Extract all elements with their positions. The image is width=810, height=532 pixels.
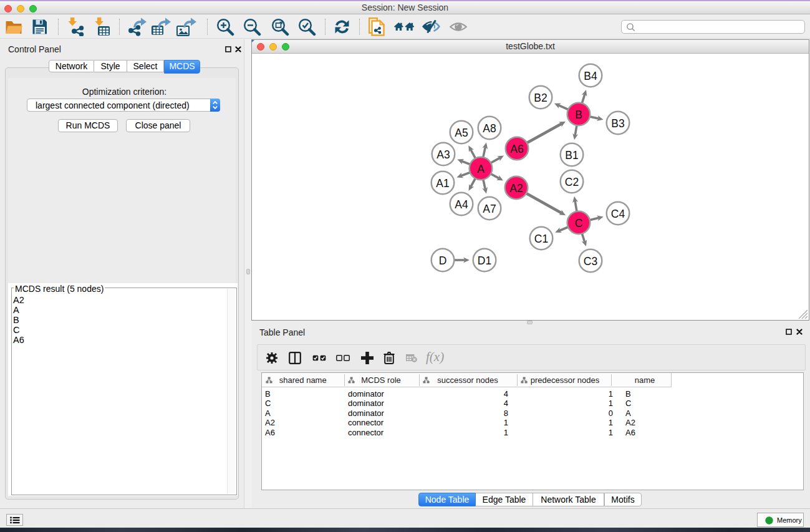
- svg-text:A4: A4: [455, 198, 468, 211]
- svg-text:B2: B2: [534, 92, 547, 104]
- svg-text:C: C: [575, 217, 583, 230]
- svg-text:A7: A7: [483, 203, 496, 215]
- svg-text:C3: C3: [584, 255, 597, 268]
- svg-text:A: A: [477, 163, 485, 175]
- svg-text:D: D: [439, 254, 447, 267]
- svg-text:C4: C4: [611, 208, 625, 220]
- svg-text:B4: B4: [584, 70, 597, 82]
- svg-text:A3: A3: [436, 148, 450, 161]
- svg-text:C1: C1: [534, 233, 548, 245]
- svg-text:B: B: [575, 109, 582, 121]
- svg-text:C2: C2: [565, 176, 579, 188]
- svg-text:A8: A8: [483, 122, 496, 135]
- svg-text:A5: A5: [455, 127, 468, 139]
- svg-text:B1: B1: [565, 149, 578, 162]
- svg-text:A2: A2: [509, 182, 523, 195]
- svg-text:D1: D1: [478, 254, 491, 267]
- svg-text:A6: A6: [510, 143, 523, 155]
- svg-text:A1: A1: [436, 177, 449, 190]
- svg-text:B3: B3: [611, 117, 624, 130]
